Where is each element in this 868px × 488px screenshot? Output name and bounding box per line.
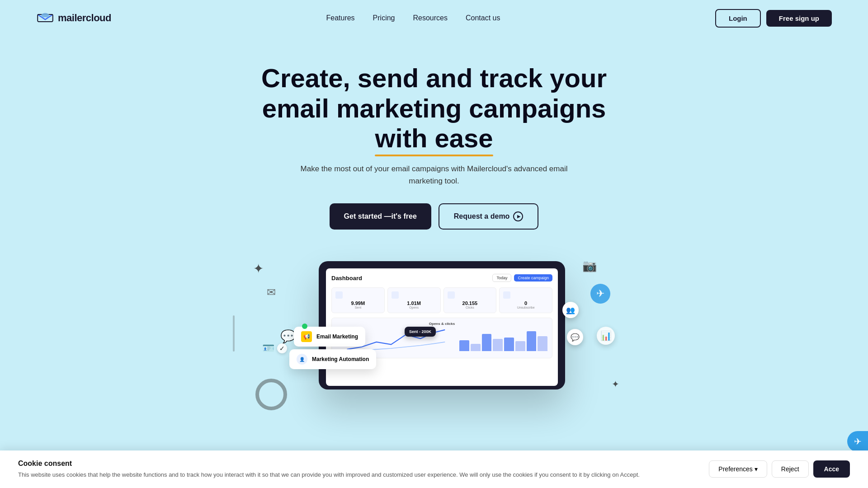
hero-section: Create, send and track your email market…	[0, 36, 868, 410]
nav-resources[interactable]: Resources	[413, 14, 448, 22]
reject-button[interactable]: Reject	[772, 460, 809, 478]
stat-opens-label: Opens	[392, 306, 437, 309]
nav-pricing[interactable]: Pricing	[373, 14, 395, 22]
cookie-content: Cookie consent This website uses cookies…	[18, 460, 700, 479]
nav-features[interactable]: Features	[326, 14, 354, 22]
stats-row: 9.99M Sent 1.01M Opens 20.155 Clicks	[331, 287, 552, 313]
stat-sent-label: Sent	[335, 306, 381, 309]
signup-button[interactable]: Free sign up	[766, 10, 832, 27]
mockup-area: ✦ ✉ 💬 🪪 ✓ 📢 Email Marketing 👤 Marketing …	[231, 257, 637, 401]
donut-decoration	[255, 379, 287, 410]
envelope-decoration: ✉	[267, 286, 276, 299]
marketing-icon: 📢	[301, 331, 312, 342]
login-button[interactable]: Login	[715, 9, 761, 28]
dashboard-header: Dashboard Today Create campaign	[331, 274, 552, 282]
stat-opens-icon	[392, 291, 399, 299]
hero-buttons: Get started —it's free Request a demo	[9, 203, 859, 230]
chevron-down-icon: ▾	[755, 465, 758, 473]
bar-chart	[459, 326, 547, 351]
date-button[interactable]: Today	[492, 274, 511, 282]
hero-title: Create, send and track your email market…	[231, 63, 637, 154]
stat-opens-value: 1.01M	[392, 300, 437, 306]
cookie-text: This website uses cookies that help the …	[18, 470, 700, 479]
accept-button[interactable]: Acce	[813, 460, 850, 478]
bar-2	[482, 334, 492, 352]
bar-1-alt	[471, 344, 481, 352]
sent-badge: Sent - 200K	[405, 327, 436, 337]
automation-label: Marketing Automation	[312, 356, 369, 362]
stat-unsub-icon	[503, 291, 510, 299]
comment-badge: 💬	[567, 329, 583, 345]
bar-1	[459, 340, 469, 352]
preferences-label: Preferences	[718, 465, 752, 473]
bar-4-alt	[538, 336, 547, 351]
svg-point-4	[44, 14, 49, 17]
bar-3	[504, 338, 514, 351]
cookie-title: Cookie consent	[18, 460, 700, 468]
cookie-banner: Cookie consent This website uses cookies…	[0, 450, 868, 488]
stat-sent-icon	[335, 291, 343, 299]
bar-2-alt	[493, 339, 503, 352]
stat-unsub-value: 0	[503, 300, 548, 306]
stat-sent-value: 9.99M	[335, 300, 381, 306]
nav-contact[interactable]: Contact us	[466, 14, 500, 22]
stat-unsub: 0 Unsubscribe	[499, 287, 552, 313]
navbar: mailercloud Features Pricing Resources C…	[0, 0, 868, 36]
id-card-decoration: 🪪 ✓	[262, 343, 287, 354]
line-decoration	[233, 315, 235, 352]
automation-card: 👤 Marketing Automation	[289, 349, 376, 369]
email-marketing-label: Email Marketing	[316, 333, 358, 340]
create-campaign-button[interactable]: Create campaign	[514, 274, 552, 282]
dashboard-title: Dashboard	[331, 275, 362, 282]
nav-links: Features Pricing Resources Contact us	[326, 14, 500, 22]
request-demo-label: Request a demo	[454, 212, 510, 221]
sent-badge-label: Sent - 200K	[409, 329, 431, 334]
hero-title-highlight: with ease	[375, 123, 493, 154]
telegram-decoration: ✈	[590, 284, 610, 304]
email-marketing-card: 📢 Email Marketing	[294, 327, 365, 347]
play-icon	[513, 211, 523, 221]
preferences-button[interactable]: Preferences ▾	[709, 460, 767, 478]
hero-title-part1: Create, send and track your email market…	[261, 63, 607, 123]
bar-3-alt	[515, 341, 525, 351]
stat-sent: 9.99M Sent	[331, 287, 385, 313]
chat-widget[interactable]: ✈	[847, 431, 868, 452]
stat-unsub-label: Unsubscribe	[503, 306, 548, 309]
automation-icon: 👤	[297, 354, 307, 365]
stat-clicks-label: Clicks	[448, 306, 493, 309]
logo-text: mailercloud	[58, 12, 111, 24]
logo[interactable]: mailercloud	[36, 11, 111, 25]
request-demo-button[interactable]: Request a demo	[439, 203, 539, 230]
hero-subtitle: Make the most out of your email campaign…	[294, 163, 574, 187]
dashboard-actions: Today Create campaign	[492, 274, 552, 282]
star-decoration: ✦	[253, 261, 264, 276]
bar-4	[527, 331, 537, 351]
stat-clicks-icon	[448, 291, 455, 299]
nav-actions: Login Free sign up	[715, 9, 832, 28]
stat-opens: 1.01M Opens	[387, 287, 441, 313]
sparkle-decoration: ✦	[612, 379, 619, 389]
bar-chart-decoration: 📊	[597, 327, 615, 345]
stat-clicks: 20.155 Clicks	[443, 287, 497, 313]
camera-decoration: 📷	[582, 259, 597, 273]
cookie-buttons: Preferences ▾ Reject Acce	[709, 460, 850, 478]
get-started-button[interactable]: Get started —it's free	[330, 203, 431, 230]
logo-icon	[36, 11, 54, 25]
laptop-frame: Dashboard Today Create campaign 9.99M Se…	[319, 261, 565, 389]
users-badge: 👥	[562, 302, 579, 318]
stat-clicks-value: 20.155	[448, 300, 493, 306]
